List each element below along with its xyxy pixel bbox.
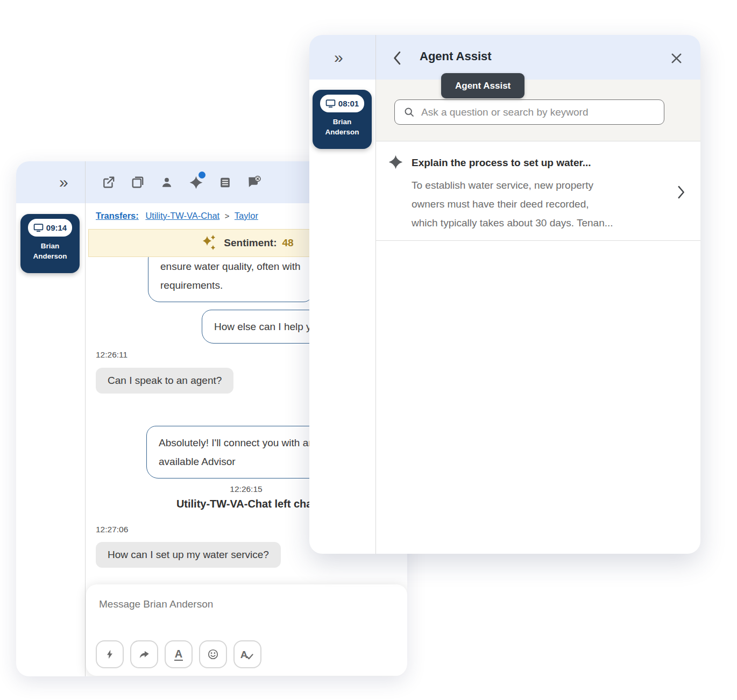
contact-name: Brian Anderson bbox=[325, 117, 359, 137]
open-external-icon[interactable] bbox=[101, 175, 116, 190]
emoji-button[interactable] bbox=[199, 640, 227, 668]
search-box bbox=[394, 99, 664, 125]
agent-assist-tooltip: Agent Assist bbox=[441, 73, 525, 98]
text-format-button[interactable]: A bbox=[165, 640, 193, 668]
spellcheck-button[interactable]: A bbox=[233, 640, 261, 668]
transfer-source-link[interactable]: Utility-TW-VA-Chat bbox=[145, 211, 219, 220]
contact-name: Brian Anderson bbox=[33, 241, 67, 261]
message-timestamp: 12:26:11 bbox=[96, 350, 127, 360]
search-icon bbox=[403, 106, 415, 118]
double-chevron-right-icon: » bbox=[334, 48, 343, 66]
conversation-timer: 09:14 bbox=[46, 223, 67, 232]
transfer-button[interactable] bbox=[130, 640, 158, 668]
suggestion-body: To establish water service, new property… bbox=[412, 176, 613, 232]
agent-message-bubble: ensure water quality, often with require… bbox=[148, 249, 313, 302]
gold-sparkle-icon bbox=[200, 234, 218, 252]
end-chat-icon[interactable] bbox=[246, 175, 261, 190]
copy-icon[interactable] bbox=[130, 175, 145, 190]
message-timestamp: 12:27:06 bbox=[96, 525, 128, 534]
contact-person-icon[interactable] bbox=[159, 175, 174, 190]
conversation-timer: 08:01 bbox=[338, 99, 359, 108]
chat-toolbar bbox=[101, 161, 261, 203]
breadcrumb: Transfers: Utility-TW-VA-Chat > Taylor bbox=[96, 211, 258, 221]
list-divider bbox=[375, 240, 700, 241]
conversation-tab[interactable]: 08:01 Brian Anderson bbox=[313, 90, 372, 149]
sentiment-score: 48 bbox=[282, 237, 294, 249]
message-input[interactable] bbox=[99, 598, 389, 610]
web-chat-monitor-icon bbox=[33, 223, 44, 232]
chevron-right-icon[interactable] bbox=[677, 185, 685, 199]
quick-actions-button[interactable] bbox=[96, 640, 124, 668]
message-composer: A A bbox=[86, 584, 407, 676]
lightning-icon bbox=[104, 649, 115, 660]
suggestion-sparkle-icon bbox=[388, 154, 403, 170]
customer-message-bubble: Can I speak to an agent? bbox=[96, 368, 233, 394]
sidebar-divider bbox=[85, 161, 86, 676]
conversation-timer-pill: 08:01 bbox=[320, 95, 364, 112]
sentiment-label: Sentiment: bbox=[224, 237, 277, 249]
forward-arrow-icon bbox=[138, 648, 150, 660]
agent-assist-panel: » Agent Assist bbox=[309, 35, 700, 554]
panel-title: Agent Assist bbox=[420, 49, 492, 63]
close-icon[interactable] bbox=[670, 52, 683, 65]
collapse-panel-button[interactable]: » bbox=[334, 49, 343, 66]
search-input[interactable] bbox=[421, 106, 655, 118]
suggestion-title: Explain the process to set up water... bbox=[412, 157, 591, 169]
conversation-timer-pill: 09:14 bbox=[28, 219, 72, 237]
transfer-target-link[interactable]: Taylor bbox=[235, 211, 258, 220]
breadcrumb-separator: > bbox=[225, 211, 230, 220]
customer-message-bubble: How can I set up my water service? bbox=[96, 542, 281, 568]
agent-message-bubble: Absolutely! I'll connect you with an ava… bbox=[146, 426, 327, 478]
web-chat-monitor-icon bbox=[325, 99, 336, 108]
agent-assist-sparkle-icon[interactable] bbox=[188, 175, 203, 190]
emoji-icon bbox=[207, 648, 219, 660]
conversation-tab[interactable]: 09:14 Brian Anderson bbox=[20, 214, 80, 273]
notification-dot bbox=[199, 172, 205, 178]
transfers-link[interactable]: Transfers: bbox=[96, 211, 139, 220]
double-chevron-right-icon: » bbox=[59, 173, 68, 191]
screen: » bbox=[0, 0, 737, 700]
collapse-panel-button[interactable]: » bbox=[59, 174, 68, 190]
back-button[interactable] bbox=[393, 51, 401, 65]
spellcheck-icon: A bbox=[240, 649, 255, 660]
format-text-icon: A bbox=[174, 648, 183, 661]
notes-icon[interactable] bbox=[217, 175, 232, 190]
